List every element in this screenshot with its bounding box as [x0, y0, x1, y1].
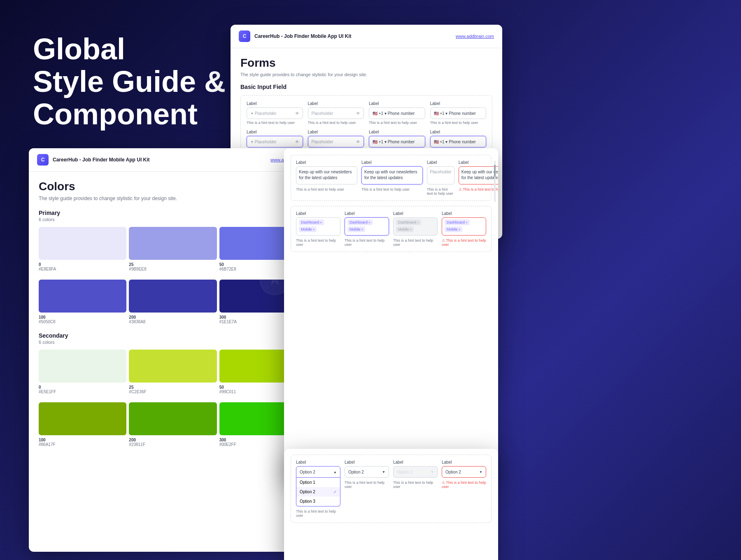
colors-title: Colors: [39, 180, 307, 193]
secondary-subtitle: 6 colors: [39, 340, 307, 345]
scroll-thumb: [494, 165, 496, 177]
textarea-label: Label: [427, 160, 454, 165]
dropdown-select-open[interactable]: Option 2 ▲: [296, 466, 340, 478]
dropdown-grid: Label Option 2 ▲ Option 1 Option 2✓ Opti…: [296, 460, 486, 518]
dropdown-select-error[interactable]: Option 2 ▼: [442, 466, 486, 478]
input-hint: This is a hint text to help user: [430, 121, 487, 125]
tag-error-hint: ⚠ This is a hint text to help user: [442, 238, 486, 247]
color-hex: #5050C8: [39, 320, 126, 324]
textarea-label: Label: [296, 160, 357, 165]
secondary-swatch-200: [129, 402, 217, 435]
chevron-down-icon: ▼: [479, 470, 482, 474]
textarea-label: Label: [361, 160, 423, 165]
basic-input-title: Basic Input Field: [240, 84, 492, 90]
tag-chip: Dashboard ×: [299, 219, 324, 225]
inputs-detail-card: Label Keep up with our newsletters for t…: [284, 148, 498, 478]
tag-hint: This is a hint text to help user: [296, 238, 340, 247]
chevron-up-icon: ▲: [333, 470, 337, 474]
header-left: C CareerHub - Job Finder Mobile App UI K…: [239, 30, 352, 42]
forms-subtitle: The style guide provides to change styli…: [240, 72, 492, 77]
header-left: C CareerHub - Job Finder Mobile App UI K…: [37, 154, 150, 166]
color-hex: #E8E8FA: [39, 267, 126, 271]
tag-chip: Mobile ×: [347, 226, 365, 232]
textarea-focused[interactable]: Keep up with our newsletters for the lat…: [361, 166, 423, 184]
eye-icon: 👁: [356, 140, 360, 144]
secondary-swatch-row-top: [39, 350, 307, 383]
textarea-item: Label Keep up with our newsletters for t…: [361, 160, 423, 196]
color-num: 200: [129, 315, 217, 320]
svg-text:A: A: [270, 274, 279, 287]
color-hex: #86A17F: [39, 442, 126, 447]
input-item: Label 🇺🇸 +1 ▾ Phone number This is a hin…: [430, 101, 487, 125]
secondary-colors-group: Secondary 6 colors 0 #E5E1FF 25 #C2E36F …: [39, 332, 307, 447]
tag-item: Label Dashboard × Mobile × This is a hin…: [296, 211, 340, 247]
tag-input-focused[interactable]: Dashboard × Mobile ×: [345, 217, 389, 236]
swatch-100: [39, 280, 126, 313]
textarea-hint: This is a hint text to help user: [361, 187, 423, 191]
colors-content: Colors The style guide provides to chang…: [29, 172, 317, 463]
input-hint: This is a hint text to help user: [369, 121, 425, 125]
tag-hint: This is a hint text to help user: [393, 238, 438, 247]
dropdown-select-normal[interactable]: Option 2 ▼: [345, 466, 389, 478]
secondary-label-row-bottom: 100 #86A17F 200 #23811F 300 #00E2FF: [39, 438, 307, 447]
color-num: 0: [39, 385, 126, 390]
dropdown-label: Label: [442, 460, 486, 464]
color-hex: #E5E1FF: [39, 390, 126, 394]
color-num: 200: [129, 438, 217, 442]
tag-input-normal[interactable]: Dashboard × Mobile ×: [296, 217, 340, 236]
textarea-error[interactable]: Keep up with our newsletters for the lat…: [459, 166, 498, 184]
input-label: Label: [369, 101, 425, 106]
textarea-label: Label: [459, 160, 498, 165]
tag-input-grid: Label Dashboard × Mobile × This is a hin…: [296, 211, 486, 247]
color-hex: #23811F: [129, 442, 217, 447]
dropdown-item-disabled: Label Option 2 ▼ This is a hint text to …: [393, 460, 438, 518]
focused-input[interactable]: Placeholder 👁: [308, 136, 364, 147]
dropdown-wrapper: Option 2 ▲ Option 1 Option 2✓ Option 3: [296, 466, 340, 506]
tag-input-error[interactable]: Dashboard × Mobile ×: [442, 217, 486, 236]
phone-input[interactable]: 🇺🇸 +1 ▾ Phone number: [369, 107, 425, 119]
primary-title: Primary: [39, 210, 307, 216]
colors-card-header: C CareerHub - Job Finder Mobile App UI K…: [29, 148, 317, 172]
focused-input[interactable]: ✦ Placeholder 👁: [247, 136, 303, 147]
color-hex: #3838A8: [129, 320, 217, 324]
phone-flag-input[interactable]: 🇺🇸 +1 ▾ Phone number: [430, 107, 487, 119]
dropdown-value: Option 2: [348, 470, 364, 474]
eye-icon: 👁: [295, 111, 299, 116]
primary-swatch-row-top: [39, 227, 307, 260]
chevron-down-icon: ▼: [382, 470, 385, 474]
secondary-label-row-top: 0 #E5E1FF 25 #C2E36F 50 #99C011: [39, 385, 307, 394]
color-num: 100: [39, 315, 126, 320]
tag-label: Label: [345, 211, 389, 216]
tag-chip: Mobile ×: [299, 226, 317, 232]
brand-name-colors: CareerHub - Job Finder Mobile App UI Kit: [53, 157, 150, 163]
dropdown-content: Label Option 2 ▲ Option 1 Option 2✓ Opti…: [284, 449, 498, 534]
textarea-input[interactable]: Keep up with our newsletters for the lat…: [296, 166, 357, 184]
dropdown-hint: This is a hint text to help user: [393, 481, 438, 489]
header-link[interactable]: www.addbrain.com: [456, 34, 494, 39]
input-item: Label ✦ Placeholder 👁 This is a hint tex…: [247, 101, 303, 125]
phone-flag-focused[interactable]: 🇺🇸 +1 ▾ Phone number: [430, 136, 487, 147]
tag-item: Label Dashboard × Mobile × This is a hin…: [345, 211, 389, 247]
dropdown-option[interactable]: Option 1: [296, 478, 340, 487]
scrollbar[interactable]: [494, 161, 496, 202]
phone-prefix: 🇺🇸 +1 ▾ Phone number: [373, 140, 415, 144]
textarea-placeholder[interactable]: Placeholder: [427, 166, 454, 184]
secondary-title: Secondary: [39, 332, 307, 339]
dropdown-option-selected[interactable]: Option 2✓: [296, 487, 340, 497]
brand-logo: C: [239, 30, 250, 42]
color-label-cell: 0 #E8E8FA: [39, 262, 126, 271]
dropdown-value: Option 2: [300, 470, 315, 474]
dropdown-option[interactable]: Option 3: [296, 497, 340, 506]
password-input[interactable]: Placeholder 👁: [308, 107, 364, 119]
dropdown-label: Label: [345, 460, 389, 464]
dropdown-item-open: Label Option 2 ▲ Option 1 Option 2✓ Opti…: [296, 460, 340, 518]
phone-focused[interactable]: 🇺🇸 +1 ▾ Phone number: [369, 136, 425, 147]
brand-logo-colors: C: [37, 154, 49, 166]
swatch-200: [129, 280, 217, 313]
swatch-25: [129, 227, 217, 260]
dropdown-item-error: Label Option 2 ▼ ⚠ This is a hint text t…: [442, 460, 486, 518]
color-label-cell: 200 #3838A8: [129, 315, 217, 324]
text-input[interactable]: ✦ Placeholder 👁: [247, 107, 303, 119]
watermark: A ANYUSJCOM: [259, 264, 483, 296]
forms-card-header: C CareerHub - Job Finder Mobile App UI K…: [231, 25, 502, 48]
